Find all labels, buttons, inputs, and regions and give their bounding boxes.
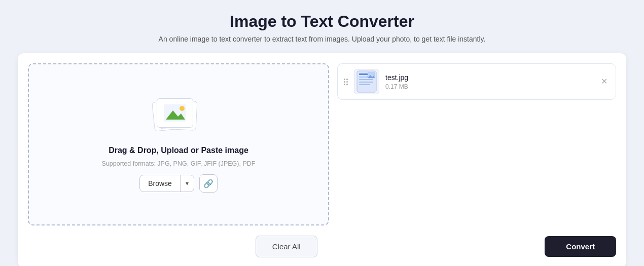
drag-dot xyxy=(346,84,348,85)
action-row: Clear All Convert xyxy=(28,234,616,257)
svg-rect-12 xyxy=(359,79,373,80)
file-size: 0.17 MB xyxy=(385,83,593,90)
file-list: test.jpg 0.17 MB ✕ xyxy=(337,63,616,225)
file-name: test.jpg xyxy=(385,73,593,82)
drag-dot xyxy=(346,81,348,83)
drag-dot xyxy=(344,84,345,85)
remove-file-button[interactable]: ✕ xyxy=(599,75,610,88)
card-body: Drag & Drop, Upload or Paste image Suppo… xyxy=(28,63,616,225)
drop-zone[interactable]: Drag & Drop, Upload or Paste image Suppo… xyxy=(28,63,329,225)
table-row: test.jpg 0.17 MB ✕ xyxy=(337,63,616,100)
file-info: test.jpg 0.17 MB xyxy=(385,73,593,90)
page-subtitle: An online image to text converter to ext… xyxy=(159,35,486,43)
page-title: Image to Text Converter xyxy=(230,12,414,31)
svg-rect-14 xyxy=(359,84,370,85)
drag-dot xyxy=(346,79,348,80)
link-button[interactable]: 🔗 xyxy=(199,174,218,193)
clear-all-button[interactable]: Clear All xyxy=(256,236,317,257)
drag-handle[interactable] xyxy=(344,79,348,85)
image-card-front xyxy=(157,98,193,128)
drop-icon xyxy=(153,96,204,137)
svg-rect-13 xyxy=(359,82,373,83)
main-card: Drag & Drop, Upload or Paste image Suppo… xyxy=(18,53,626,266)
chevron-down-icon: ▾ xyxy=(181,176,194,191)
browse-label: Browse xyxy=(140,175,181,192)
drag-dot xyxy=(344,81,345,83)
browse-button[interactable]: Browse ▾ xyxy=(139,175,194,192)
link-icon: 🔗 xyxy=(203,179,213,188)
convert-button[interactable]: Convert xyxy=(545,236,616,257)
browse-row: Browse ▾ 🔗 xyxy=(139,174,218,193)
drop-title: Drag & Drop, Upload or Paste image xyxy=(109,146,248,155)
drag-dot xyxy=(344,79,345,80)
svg-point-8 xyxy=(180,106,185,111)
file-thumbnail xyxy=(354,69,379,94)
drop-subtitle: Supported formats: JPG, PNG, GIF, JFIF (… xyxy=(102,160,256,167)
